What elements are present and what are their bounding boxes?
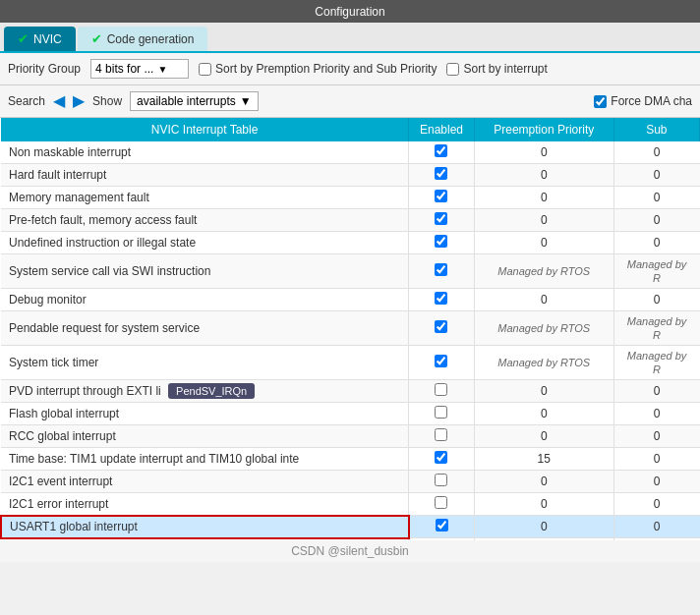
sort-preemption-checkbox[interactable]: [199, 63, 211, 76]
enabled-cell[interactable]: [409, 493, 475, 516]
forward-arrow-icon[interactable]: ▶: [73, 93, 85, 109]
enabled-cell[interactable]: [409, 254, 475, 289]
table-row[interactable]: Hard fault interrupt00: [1, 164, 700, 187]
enabled-cell[interactable]: [409, 311, 475, 346]
interrupt-name: Memory management fault: [1, 187, 409, 209]
force-dma-wrapper[interactable]: Force DMA cha: [594, 94, 692, 108]
preemption-cell: 0: [474, 289, 613, 311]
enabled-checkbox[interactable]: [435, 190, 447, 202]
enabled-cell[interactable]: [409, 380, 475, 403]
enabled-checkbox[interactable]: [435, 144, 447, 157]
table-row[interactable]: Flash global interrupt00: [1, 403, 700, 425]
enabled-checkbox[interactable]: [435, 235, 447, 248]
sub-cell: 0: [613, 232, 699, 254]
preemption-cell: 0: [474, 141, 613, 164]
enabled-cell[interactable]: [409, 164, 475, 187]
enabled-cell[interactable]: [409, 471, 475, 493]
priority-group-label: Priority Group: [8, 62, 81, 76]
interrupt-name: System service call via SWI instruction: [1, 254, 409, 289]
table-row[interactable]: System tick timerManaged by RTOSManaged …: [1, 346, 700, 380]
enabled-checkbox[interactable]: [435, 496, 447, 509]
show-dropdown[interactable]: available interrupts ▼: [130, 91, 259, 111]
enabled-cell[interactable]: [409, 425, 475, 448]
title-bar: Configuration: [0, 0, 700, 23]
preemption-cell: 15: [474, 448, 613, 471]
table-row[interactable]: Pre-fetch fault, memory access fault00: [1, 209, 700, 232]
enabled-checkbox[interactable]: [435, 292, 447, 305]
preemption-cell: 0: [474, 164, 613, 187]
table-row[interactable]: System service call via SWI instructionM…: [1, 254, 700, 289]
interrupt-name: I2C1 error interrupt: [1, 493, 409, 516]
enabled-checkbox[interactable]: [435, 167, 447, 180]
sort-preemption-wrapper[interactable]: Sort by Premption Priority and Sub Prior…: [199, 62, 437, 76]
preemption-cell: 0: [474, 516, 613, 538]
sub-cell: 0: [613, 380, 699, 403]
enabled-checkbox[interactable]: [435, 383, 447, 396]
interrupt-name: System tick timer: [1, 346, 409, 380]
priority-group-dropdown[interactable]: 4 bits for ... ▼: [90, 59, 189, 79]
interrupt-name: Pre-fetch fault, memory access fault: [1, 209, 409, 232]
enabled-cell[interactable]: [409, 232, 475, 254]
table-row[interactable]: Pendable request for system serviceManag…: [1, 311, 700, 346]
enabled-checkbox[interactable]: [435, 212, 447, 225]
enabled-checkbox[interactable]: [435, 428, 447, 441]
table-row[interactable]: Non maskable interrupt00: [1, 141, 700, 164]
table-row[interactable]: RCC global interrupt00: [1, 425, 700, 448]
managed-sub-text: Managed by R: [627, 315, 687, 341]
table-row[interactable]: I2C1 error interrupt00: [1, 493, 700, 516]
enabled-cell[interactable]: [409, 448, 475, 471]
enabled-checkbox[interactable]: [435, 406, 447, 419]
interrupt-table-container: NVIC Interrupt Table Enabled Preemption …: [0, 118, 700, 540]
table-header-row: NVIC Interrupt Table Enabled Preemption …: [1, 118, 700, 141]
table-row[interactable]: Time base: TIM1 update interrupt and TIM…: [1, 448, 700, 471]
tab-codegen-label: Code generation: [107, 32, 195, 46]
enabled-cell[interactable]: [409, 289, 475, 311]
table-row[interactable]: Memory management fault00: [1, 187, 700, 209]
enabled-cell[interactable]: [409, 141, 475, 164]
sub-cell: 0: [613, 448, 699, 471]
table-row[interactable]: Debug monitor00: [1, 289, 700, 311]
enabled-checkbox[interactable]: [435, 474, 447, 486]
enabled-checkbox[interactable]: [435, 355, 447, 367]
enabled-cell[interactable]: [409, 209, 475, 232]
preemption-cell: Managed by RTOS: [474, 346, 613, 380]
enabled-checkbox[interactable]: [436, 519, 448, 531]
toolbar-row2: Search ◀ ▶ Show available interrupts ▼ F…: [0, 85, 700, 118]
tab-codegen[interactable]: ✔ Code generation: [78, 27, 208, 51]
table-row[interactable]: I2C1 event interrupt00: [1, 471, 700, 493]
sub-cell: 0: [613, 141, 699, 164]
interrupt-name: Flash global interrupt: [1, 403, 409, 425]
enabled-checkbox[interactable]: [435, 320, 447, 333]
table-row[interactable]: Undefined instruction or illegal state00: [1, 232, 700, 254]
sort-interrupt-checkbox[interactable]: [446, 63, 459, 76]
tabs-bar: ✔ NVIC ✔ Code generation: [0, 23, 700, 53]
sort-interrupt-wrapper[interactable]: Sort by interrupt: [446, 62, 547, 76]
preemption-cell: 0: [474, 187, 613, 209]
enabled-cell[interactable]: [409, 516, 475, 538]
interrupt-name: USART1 global interrupt: [1, 516, 409, 538]
preemption-cell: 0: [474, 493, 613, 516]
managed-text: Managed by RTOS: [497, 322, 590, 334]
sub-cell: Managed by R: [613, 311, 699, 346]
watermark-text: CSDN @silent_dusbin: [291, 544, 409, 558]
col-header-interrupt: NVIC Interrupt Table: [1, 118, 409, 141]
interrupt-name: Non maskable interrupt: [1, 141, 409, 164]
tab-nvic[interactable]: ✔ NVIC: [4, 27, 76, 51]
search-label: Search: [8, 94, 45, 108]
table-row[interactable]: USART1 global interrupt00: [1, 516, 700, 538]
enabled-checkbox[interactable]: [435, 263, 447, 276]
back-arrow-icon[interactable]: ◀: [53, 93, 65, 109]
force-dma-checkbox[interactable]: [594, 95, 607, 108]
interrupt-name: Hard fault interrupt: [1, 164, 409, 187]
managed-sub-text: Managed by R: [627, 350, 687, 375]
enabled-cell[interactable]: [409, 403, 475, 425]
priority-group-arrow-icon: ▼: [157, 64, 167, 75]
interrupt-name: Undefined instruction or illegal state: [1, 232, 409, 254]
table-row[interactable]: PVD interrupt through EXTI li PendSV_IRQ…: [1, 380, 700, 403]
sub-cell: 0: [613, 187, 699, 209]
enabled-cell[interactable]: [409, 346, 475, 380]
enabled-checkbox[interactable]: [435, 451, 447, 464]
title-text: Configuration: [315, 5, 384, 19]
interrupt-name: RCC global interrupt: [1, 425, 409, 448]
enabled-cell[interactable]: [409, 187, 475, 209]
